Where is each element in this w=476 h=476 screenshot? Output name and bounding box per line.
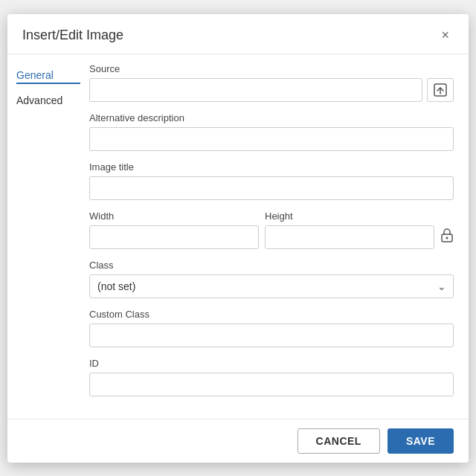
form-content: Source Alternative descriptio bbox=[89, 54, 469, 419]
title-input[interactable] bbox=[89, 176, 454, 200]
id-group: ID bbox=[89, 358, 454, 396]
id-input[interactable] bbox=[89, 373, 454, 396]
class-label: Class bbox=[89, 260, 454, 271]
custom-class-label: Custom Class bbox=[89, 309, 454, 320]
close-button[interactable]: × bbox=[437, 26, 454, 45]
title-group: Image title bbox=[89, 161, 454, 200]
dialog-overlay: Insert/Edit Image × General Advanced Sou… bbox=[0, 0, 476, 476]
dimensions-row: Width Height bbox=[89, 210, 454, 249]
source-group: Source bbox=[89, 63, 454, 102]
id-label: ID bbox=[89, 358, 454, 369]
save-button[interactable]: SAVE bbox=[387, 428, 454, 454]
alt-label: Alternative description bbox=[89, 112, 454, 123]
source-input-row bbox=[89, 78, 454, 102]
svg-point-3 bbox=[446, 237, 448, 239]
height-col: Height bbox=[265, 210, 434, 249]
alt-input[interactable] bbox=[89, 127, 454, 151]
alt-group: Alternative description bbox=[89, 112, 454, 151]
width-input[interactable] bbox=[89, 225, 259, 249]
height-input[interactable] bbox=[265, 225, 434, 249]
cancel-button[interactable]: CANCEL bbox=[298, 428, 380, 454]
dialog-title: Insert/Edit Image bbox=[22, 28, 123, 43]
source-input[interactable] bbox=[89, 78, 422, 102]
sidebar-item-advanced[interactable]: Advanced bbox=[16, 91, 80, 109]
width-col: Width bbox=[89, 210, 259, 249]
height-label: Height bbox=[265, 210, 434, 222]
dialog-body: General Advanced Source bbox=[7, 54, 469, 419]
class-select-wrap: (not set) left center right ⌄ bbox=[89, 274, 454, 298]
dialog-footer: CANCEL SAVE bbox=[7, 419, 469, 463]
title-label: Image title bbox=[89, 161, 454, 173]
class-select[interactable]: (not set) left center right bbox=[89, 274, 454, 298]
custom-class-group: Custom Class bbox=[89, 309, 454, 347]
lock-icon-wrap bbox=[440, 228, 454, 245]
dialog-header: Insert/Edit Image × bbox=[7, 14, 469, 54]
lock-icon bbox=[440, 228, 454, 242]
insert-edit-image-dialog: Insert/Edit Image × General Advanced Sou… bbox=[7, 14, 469, 463]
sidebar-item-general[interactable]: General bbox=[16, 66, 80, 84]
custom-class-input[interactable] bbox=[89, 324, 454, 347]
class-group: Class (not set) left center right ⌄ bbox=[89, 260, 454, 298]
width-label: Width bbox=[89, 210, 259, 222]
dimensions-group: Width Height bbox=[89, 210, 454, 249]
upload-button[interactable] bbox=[427, 78, 454, 102]
source-label: Source bbox=[89, 63, 454, 74]
upload-icon bbox=[434, 83, 447, 97]
sidebar: General Advanced bbox=[7, 54, 89, 419]
